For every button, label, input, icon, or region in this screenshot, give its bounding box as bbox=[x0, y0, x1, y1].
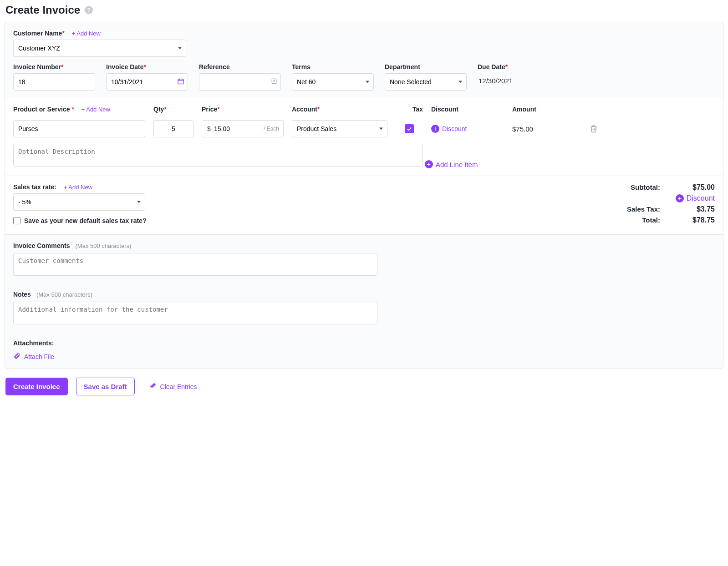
terms-select[interactable]: Net 60 bbox=[292, 73, 374, 91]
notes-heading: Notes bbox=[13, 291, 31, 298]
plus-circle-icon: + bbox=[676, 194, 684, 202]
help-icon[interactable]: ? bbox=[85, 6, 93, 14]
delete-line-button[interactable] bbox=[580, 125, 598, 133]
plus-circle-icon: + bbox=[431, 125, 439, 133]
attach-file-button[interactable]: Attach File bbox=[13, 352, 54, 361]
svg-rect-0 bbox=[178, 79, 183, 84]
tax-checkbox[interactable] bbox=[405, 124, 414, 133]
attachments-heading: Attachments: bbox=[13, 339, 715, 347]
department-select[interactable]: None Selected bbox=[385, 73, 467, 91]
subtotal-value: $75.00 bbox=[674, 183, 715, 192]
reference-input[interactable] bbox=[199, 73, 281, 91]
save-default-tax-checkbox[interactable] bbox=[13, 217, 20, 224]
eraser-icon bbox=[149, 382, 157, 391]
clear-entries-button[interactable]: Clear Entries bbox=[149, 382, 197, 391]
total-label: Total: bbox=[615, 216, 660, 224]
tax-add-new-link[interactable]: + Add New bbox=[64, 184, 92, 191]
due-date-label: Due Date* bbox=[478, 63, 541, 71]
line-amount-value: $75.00 bbox=[512, 125, 571, 133]
reference-lookup-icon[interactable] bbox=[271, 78, 277, 86]
line-discount-button[interactable]: + Discount bbox=[431, 125, 467, 133]
col-account-label: Account* bbox=[292, 106, 387, 113]
qty-input[interactable] bbox=[153, 120, 193, 137]
add-line-item-button[interactable]: + Add Line Item bbox=[425, 160, 478, 168]
notes-hint: (Max 500 characters) bbox=[36, 291, 92, 298]
save-default-tax-label: Save as your new default sales tax rate? bbox=[24, 217, 146, 224]
col-tax-label: Tax bbox=[396, 106, 423, 113]
col-product-label: Product or Service * + Add New bbox=[13, 106, 145, 113]
invoice-comments-hint: (Max 500 characters) bbox=[75, 243, 131, 249]
line-description-input[interactable] bbox=[13, 144, 423, 167]
product-input[interactable] bbox=[13, 120, 145, 137]
total-value: $78.75 bbox=[674, 216, 715, 224]
invoice-number-input[interactable] bbox=[13, 73, 95, 91]
subtotal-label: Subtotal: bbox=[615, 183, 660, 192]
sales-tax-rate-label: Sales tax rate: + Add New bbox=[13, 183, 159, 191]
create-invoice-button[interactable]: Create Invoice bbox=[5, 378, 68, 395]
due-date-value: 12/30/2021 bbox=[478, 73, 541, 88]
notes-input[interactable] bbox=[13, 302, 377, 324]
price-unit-label: / Each bbox=[264, 126, 279, 132]
invoice-number-label: Invoice Number* bbox=[13, 63, 95, 71]
col-amount-label: Amount bbox=[512, 106, 571, 113]
invoice-comments-heading: Invoice Comments bbox=[13, 242, 70, 249]
invoice-comments-input[interactable] bbox=[13, 253, 377, 276]
invoice-date-label: Invoice Date* bbox=[106, 63, 188, 71]
account-select[interactable]: Product Sales bbox=[292, 120, 387, 137]
col-price-label: Price* bbox=[202, 106, 284, 113]
reference-label: Reference bbox=[199, 63, 281, 71]
line-item-row: $ / Each Product Sales + bbox=[13, 120, 715, 137]
totals-discount-button[interactable]: + Discount bbox=[676, 194, 715, 202]
customer-add-new-link[interactable]: + Add New bbox=[72, 30, 101, 37]
salestax-label: Sales Tax: bbox=[615, 205, 660, 213]
product-add-new-link[interactable]: + Add New bbox=[81, 106, 110, 113]
save-draft-button[interactable]: Save as Draft bbox=[76, 378, 135, 395]
salestax-value: $3.75 bbox=[674, 205, 715, 213]
currency-symbol: $ bbox=[207, 125, 211, 132]
page-title: Create Invoice bbox=[5, 4, 80, 16]
department-label: Department bbox=[385, 63, 467, 71]
col-discount-label: Discount bbox=[431, 106, 504, 113]
calendar-icon[interactable] bbox=[177, 78, 184, 86]
plus-circle-icon: + bbox=[425, 160, 433, 168]
terms-label: Terms bbox=[292, 63, 374, 71]
invoice-date-input[interactable] bbox=[106, 73, 188, 91]
sales-tax-rate-select[interactable]: - 5% bbox=[13, 193, 145, 211]
customer-name-label: Customer Name* + Add New bbox=[13, 30, 715, 37]
col-qty-label: Qty* bbox=[153, 106, 193, 113]
customer-select[interactable]: Customer XYZ bbox=[13, 40, 186, 57]
paperclip-icon bbox=[13, 352, 20, 361]
